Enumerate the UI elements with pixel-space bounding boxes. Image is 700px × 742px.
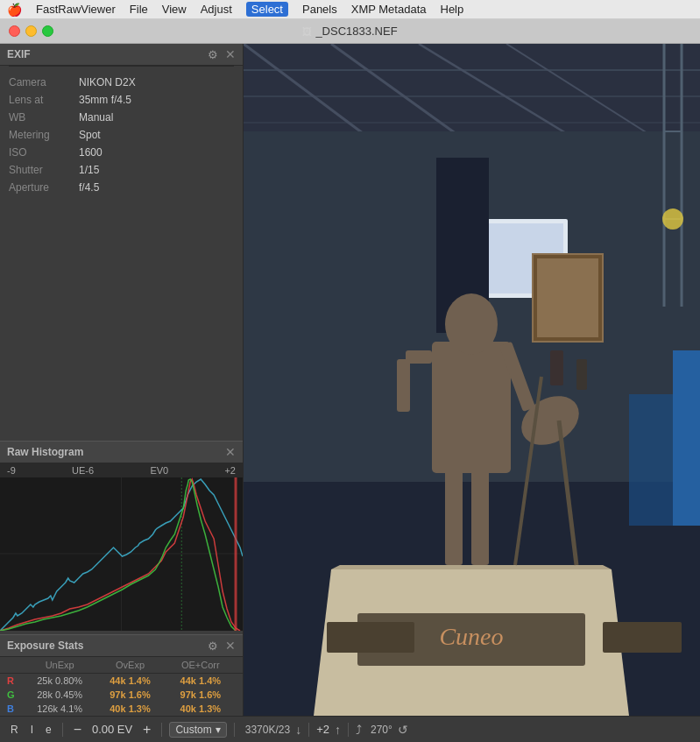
menu-view[interactable]: View — [162, 3, 187, 16]
exif-table: Camera NIKON D2X Lens at 35mm f/4.5 WB M… — [0, 70, 243, 200]
stats-close-icon[interactable]: ✕ — [225, 639, 236, 653]
menu-adjust[interactable]: Adjust — [201, 3, 232, 16]
toolbar-dropdown-icon: ▾ — [216, 724, 221, 736]
toolbar-down-arrow[interactable]: ↓ — [295, 723, 301, 737]
menu-xmp[interactable]: XMP Metadata — [351, 3, 427, 16]
stats-table: UnExp OvExp OE+Corr R 25k 0.80% 44k 1.4%… — [0, 657, 243, 716]
menu-file[interactable]: File — [130, 3, 148, 16]
toolbar-custom-select[interactable]: Custom ▾ — [169, 722, 226, 738]
menu-select[interactable]: Select — [246, 2, 288, 17]
exif-value-lens: 35mm f/4.5 — [79, 94, 131, 106]
toolbar-i-button[interactable]: I — [27, 722, 37, 738]
menu-panels[interactable]: Panels — [302, 3, 337, 16]
toolbar-rotate-icon[interactable]: ↺ — [398, 723, 408, 737]
stats-panel: Exposure Stats ⚙ ✕ UnExp OvExp OE+Corr R… — [0, 634, 243, 716]
stats-row-r: R 25k 0.80% 44k 1.4% 44k 1.4% — [0, 674, 243, 688]
exif-row-iso: ISO 1600 — [0, 144, 243, 161]
svg-rect-28 — [576, 359, 587, 390]
toolbar: R I e − 0.00 EV + Custom ▾ 3370K/23 ↓ +2… — [0, 716, 700, 742]
histogram-panel: Raw Histogram ✕ -9 UE-6 EV0 +2 — [0, 441, 243, 631]
stats-column-headers: UnExp OvExp OE+Corr — [0, 657, 243, 674]
toolbar-rotation: 270° — [371, 724, 392, 736]
exif-row-lens: Lens at 35mm f/4.5 — [0, 91, 243, 109]
toolbar-share-icon[interactable]: ⤴ — [356, 723, 362, 737]
stats-actions: ⚙ ✕ — [208, 639, 236, 653]
svg-rect-37 — [471, 464, 489, 565]
titlebar: 🖼 _DSC1833.NEF — [0, 19, 700, 44]
histogram-title: Raw Histogram — [7, 446, 83, 458]
stats-title: Exposure Stats — [7, 640, 83, 652]
exif-actions: ⚙ ✕ — [208, 47, 236, 61]
exif-close-icon[interactable]: ✕ — [225, 47, 236, 61]
exif-row-metering: Metering Spot — [0, 126, 243, 144]
toolbar-sep-1 — [62, 723, 63, 737]
histogram-actions: ✕ — [225, 445, 236, 459]
exif-value-shutter: 1/15 — [79, 164, 99, 176]
scale-ev0: EV0 — [150, 465, 168, 476]
main-content: EXIF ⚙ ✕ Camera NIKON D2X Lens at 35mm f… — [0, 44, 700, 716]
window-title: _DSC1833.NEF — [315, 25, 397, 38]
menu-fastrawviewer[interactable]: FastRawViewer — [36, 3, 116, 16]
toolbar-r-button[interactable]: R — [7, 722, 22, 738]
toolbar-minus-button[interactable]: − — [70, 720, 85, 739]
svg-rect-18 — [537, 258, 598, 337]
toolbar-custom-label: Custom — [175, 724, 211, 736]
stats-b-oecorr: 40k 1.3% — [166, 703, 236, 714]
exif-row-shutter: Shutter 1/15 — [0, 161, 243, 179]
exif-value-aperture: f/4.5 — [79, 181, 99, 194]
menubar: 🍎 FastRawViewer File View Adjust Select … — [0, 0, 700, 19]
left-panel: EXIF ⚙ ✕ Camera NIKON D2X Lens at 35mm f… — [0, 44, 244, 716]
exif-label-wb: WB — [9, 111, 79, 124]
histogram-scale: -9 UE-6 EV0 +2 — [0, 463, 243, 477]
exif-value-camera: NIKON D2X — [79, 76, 136, 88]
stats-col-channel — [7, 660, 25, 670]
toolbar-file-info: 3370K/23 — [245, 724, 290, 736]
svg-point-42 — [445, 293, 498, 355]
histogram-header: Raw Histogram ✕ — [0, 441, 243, 463]
minimize-button[interactable] — [25, 25, 37, 37]
stats-b-overexposed: 40k 1.3% — [95, 703, 165, 714]
scale-plus2: +2 — [224, 465, 236, 476]
toolbar-e-button[interactable]: e — [42, 722, 55, 738]
exif-row-wb: WB Manual — [0, 109, 243, 126]
apple-menu[interactable]: 🍎 — [7, 3, 22, 17]
exif-row-aperture: Aperture f/4.5 — [0, 179, 243, 196]
exif-title: EXIF — [7, 48, 31, 60]
svg-rect-27 — [550, 350, 563, 385]
file-icon: 🖼 — [302, 26, 312, 37]
toolbar-sep-4 — [308, 723, 309, 737]
toolbar-ev-value: 0.00 EV — [90, 723, 134, 736]
scale-ue6: UE-6 — [72, 465, 94, 476]
svg-rect-34 — [327, 622, 414, 653]
stats-settings-icon[interactable]: ⚙ — [208, 640, 218, 653]
exif-header: EXIF ⚙ ✕ — [0, 44, 243, 66]
stats-r-unexposed: 25k 0.80% — [25, 675, 95, 686]
menu-help[interactable]: Help — [441, 3, 464, 16]
exif-label-iso: ISO — [9, 146, 79, 159]
svg-point-26 — [662, 208, 683, 230]
close-button[interactable] — [9, 25, 20, 37]
toolbar-plus-button[interactable]: + — [139, 720, 154, 739]
exif-label-metering: Metering — [9, 129, 79, 141]
exif-settings-icon[interactable]: ⚙ — [208, 48, 218, 61]
svg-text:Cuneo: Cuneo — [439, 623, 503, 650]
svg-rect-24 — [673, 350, 700, 526]
exif-label-camera: Camera — [9, 76, 79, 88]
stats-b-unexposed: 126k 4.1% — [25, 703, 95, 714]
exif-row-camera: Camera NIKON D2X — [0, 74, 243, 91]
fullscreen-button[interactable] — [42, 25, 53, 37]
svg-rect-38 — [432, 342, 511, 473]
toolbar-exposure-plus: +2 — [316, 723, 329, 736]
histogram-canvas — [0, 477, 243, 631]
stats-channel-g: G — [7, 689, 25, 700]
histogram-close-icon[interactable]: ✕ — [225, 445, 236, 459]
image-area: Cuneo — [244, 44, 700, 716]
toolbar-up-arrow[interactable]: ↑ — [335, 723, 341, 737]
stats-channel-r: R — [7, 675, 25, 686]
toolbar-sep-2 — [161, 723, 162, 737]
exif-panel: EXIF ⚙ ✕ Camera NIKON D2X Lens at 35mm f… — [0, 44, 243, 200]
window-controls — [9, 25, 53, 37]
stats-col-overexposed: OvExp — [95, 660, 165, 670]
stats-row-b: B 126k 4.1% 40k 1.3% 40k 1.3% — [0, 702, 243, 716]
stats-g-oecorr: 97k 1.6% — [166, 689, 236, 700]
